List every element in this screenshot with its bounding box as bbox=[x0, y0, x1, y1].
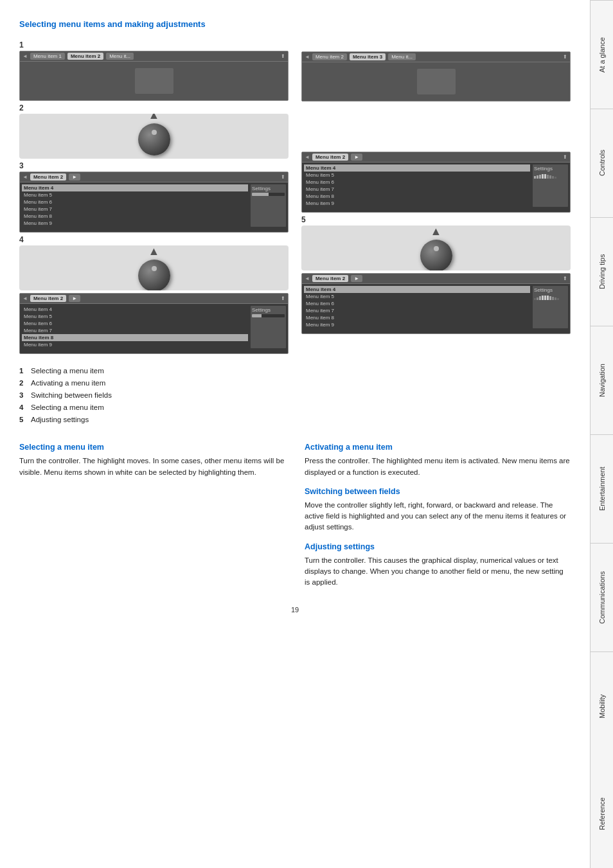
activating-section-body: Press the controller. The highlighted me… bbox=[305, 456, 571, 478]
sidebar-item-mobility[interactable]: Mobility bbox=[591, 651, 613, 760]
sidebar-item-navigation[interactable]: Navigation bbox=[591, 326, 613, 434]
list-item-2: 2 Activating a menu item bbox=[19, 378, 571, 388]
sidebar-item-entertainment[interactable]: Entertainment bbox=[591, 434, 613, 543]
step-2-label: 2 bbox=[19, 103, 289, 112]
step-4-label: 4 bbox=[19, 235, 289, 244]
steps-list: 1 Selecting a menu item 2 Activating a m… bbox=[19, 366, 571, 425]
page-title: Selecting menu items and making adjustme… bbox=[19, 19, 571, 29]
sidebar: At a glance Controls Driving tips Naviga… bbox=[590, 0, 613, 868]
tab-menu-it-3: Menu it... bbox=[106, 53, 134, 60]
sidebar-item-communications[interactable]: Communications bbox=[591, 543, 613, 651]
list-item-4: 4 Selecting a menu item bbox=[19, 402, 571, 412]
sidebar-item-driving-tips[interactable]: Driving tips bbox=[591, 217, 613, 326]
menu-screen-4: ◄ Menu item 2 ► ⬆ Menu item 4 Menu item … bbox=[301, 152, 571, 213]
corner-icon: ⬆ bbox=[281, 53, 285, 59]
sidebar-item-reference[interactable]: Reference bbox=[591, 760, 613, 868]
step-1-label: 1 bbox=[19, 40, 289, 49]
list-item-1: 1 Selecting a menu item bbox=[19, 366, 571, 376]
menu-screen-3: ◄ Menu item 2 ► ⬆ Menu item 4 Menu item … bbox=[19, 172, 289, 233]
step-3-label: 3 bbox=[19, 161, 289, 170]
tab-menu-item-1: Menu item 1 bbox=[30, 53, 65, 60]
adjusting-section-body: Turn the controller. This causes the gra… bbox=[305, 555, 571, 589]
tab-menu-item-2-active: Menu item 2 bbox=[67, 53, 103, 60]
list-item-5: 5 Adjusting settings bbox=[19, 414, 571, 425]
controller-knob-3: ▲ bbox=[301, 226, 571, 270]
adjusting-section-title: Adjusting settings bbox=[305, 542, 571, 551]
controller-knob-1: ▲ ▼ bbox=[19, 114, 289, 159]
selecting-section-body: Turn the controller. The highlight moves… bbox=[19, 456, 285, 478]
switching-section-body: Move the controller slightly left, right… bbox=[305, 500, 571, 533]
sidebar-item-at-a-glance[interactable]: At a glance bbox=[591, 0, 613, 109]
sidebar-item-controls[interactable]: Controls bbox=[591, 109, 613, 217]
menu-screen-1: ◄ Menu item 1 Menu item 2 Menu it... ⬆ bbox=[19, 51, 289, 101]
selecting-section-title: Selecting a menu item bbox=[19, 443, 285, 452]
page-number: 19 bbox=[19, 606, 571, 614]
list-item-3: 3 Switching between fields bbox=[19, 390, 571, 400]
switching-section-title: Switching between fields bbox=[305, 487, 571, 496]
menu-screen-2: ◄ Menu item 2 Menu item 3 Menu it... ⬆ bbox=[301, 51, 571, 102]
controller-knob-2: ▲ bbox=[19, 245, 289, 290]
activating-section-title: Activating a menu item bbox=[305, 443, 571, 452]
menu-screen-5: ◄ Menu item 2 ► ⬆ Menu item 4 Menu item … bbox=[19, 293, 289, 354]
menu-screen-6: ◄ Menu item 2 ► ⬆ Menu item 4 Menu item … bbox=[301, 273, 571, 334]
step-5-label: 5 bbox=[301, 215, 571, 224]
